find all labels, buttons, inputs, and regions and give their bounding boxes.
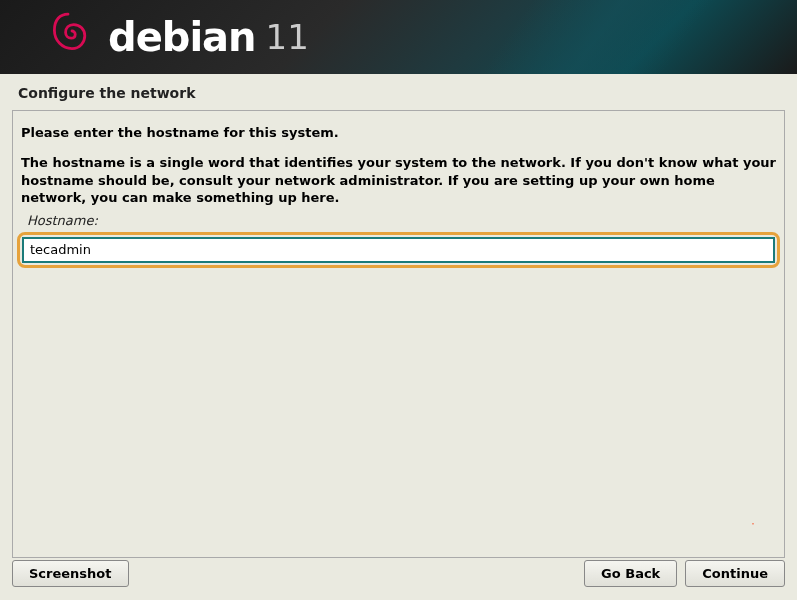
screenshot-button[interactable]: Screenshot — [12, 560, 129, 587]
continue-button[interactable]: Continue — [685, 560, 785, 587]
brand-name: debian — [108, 14, 256, 60]
input-highlight-box — [17, 232, 780, 268]
brand-version: 11 — [266, 17, 309, 57]
installer-header: debian 11 — [0, 0, 797, 74]
button-bar: Screenshot Go Back Continue — [12, 560, 785, 587]
nav-button-group: Go Back Continue — [584, 560, 785, 587]
page-title: Configure the network — [0, 74, 797, 110]
debian-swirl-icon — [48, 10, 88, 64]
go-back-button[interactable]: Go Back — [584, 560, 677, 587]
instruction-secondary: The hostname is a single word that ident… — [21, 154, 776, 207]
instruction-primary: Please enter the hostname for this syste… — [21, 125, 776, 140]
main-content-panel: Please enter the hostname for this syste… — [12, 110, 785, 558]
hostname-input[interactable] — [22, 237, 775, 263]
hostname-label: Hostname: — [21, 213, 776, 228]
